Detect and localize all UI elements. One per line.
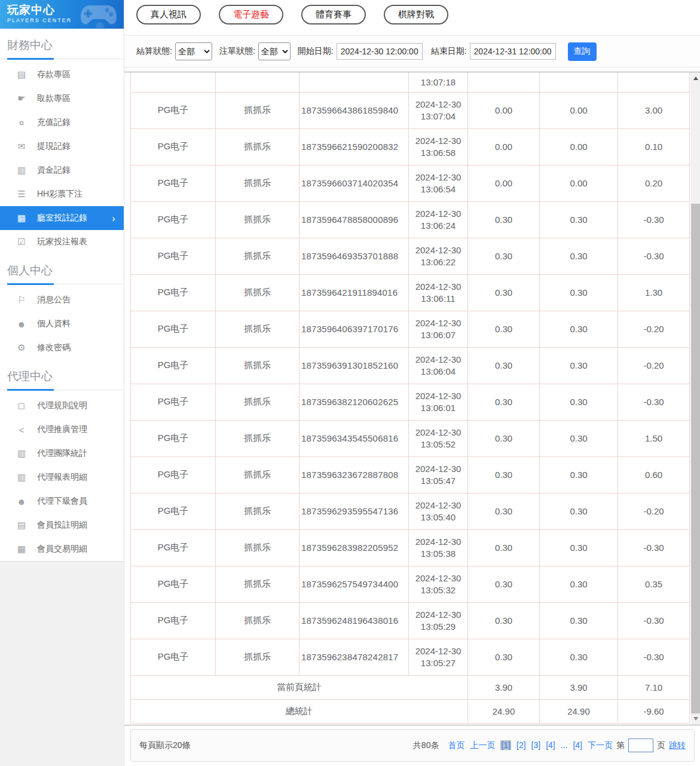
sidebar-footer — [0, 561, 124, 766]
sidebar-item[interactable]: ▤會員投註明細 — [0, 513, 124, 537]
page-link[interactable]: [4] — [546, 740, 555, 750]
page-jump-input[interactable] — [628, 739, 653, 752]
cell-datetime: 2024-12-3013:05:52 — [409, 420, 468, 456]
scrollbar-thumb[interactable] — [691, 204, 700, 713]
category-tab[interactable]: 棋牌對戰 — [384, 5, 448, 24]
page-link: ... — [561, 740, 568, 750]
sidebar-item[interactable]: ◻代理規則說明 — [0, 394, 124, 418]
cell-time: 13:05:38 — [410, 548, 466, 560]
sidebar-item[interactable]: ☑玩家投注報表 — [0, 230, 124, 254]
order-status-select[interactable]: 全部 — [258, 42, 291, 60]
sidebar-item[interactable]: ✉提現記錄 — [0, 134, 124, 158]
cell-platform: PG电子 — [131, 384, 216, 420]
scroll-down-arrow-button[interactable] — [690, 714, 700, 724]
sidebar-item-label: 取款專區 — [37, 93, 71, 104]
table-row: PG电子抓抓乐18735963913018521602024-12-3013:0… — [131, 347, 690, 384]
end-date-input[interactable] — [470, 43, 556, 60]
cell-valid: 0.00 — [540, 92, 618, 128]
settle-status-select[interactable]: 全部 — [175, 42, 212, 60]
table-scrollbar[interactable] — [690, 72, 700, 725]
cell-winloss: 0.10 — [618, 128, 690, 165]
page-link[interactable]: 下一页 — [588, 740, 613, 750]
sidebar-item-label: 會員交易明細 — [37, 544, 87, 554]
sidebar-item[interactable]: ▦廳室投註記錄› — [0, 206, 124, 230]
sidebar-item[interactable]: <代理推廣管理 — [0, 418, 124, 442]
page-link[interactable]: 上一页 — [470, 740, 495, 750]
sidebar-item[interactable]: ☻個人資料 — [0, 312, 124, 336]
page-link[interactable]: [3] — [531, 740, 541, 750]
cell-valid: 0.30 — [540, 347, 618, 384]
sidebar-item[interactable]: ⚐消息公告 — [0, 288, 124, 312]
cell-time: 13:06:24 — [410, 220, 466, 232]
sidebar-item[interactable]: ▥代理報表明細 — [0, 465, 124, 489]
sidebar-item[interactable]: ⚙修改密碼 — [0, 336, 124, 360]
cell-bet: 0.30 — [468, 238, 540, 274]
sidebar-item[interactable]: ▦會員交易明細 — [0, 537, 124, 561]
cell-datetime: 2024-12-3013:05:47 — [409, 456, 468, 493]
cell-date: 2024-12-30 — [410, 645, 466, 657]
scroll-up-arrow-button[interactable] — [690, 73, 700, 83]
cell-valid: 0.30 — [540, 274, 618, 311]
cell-platform: PG电子 — [131, 347, 216, 384]
cell-winloss: -0.20 — [618, 347, 690, 384]
table-row: PG电子抓抓乐18735962575497344002024-12-3013:0… — [131, 566, 690, 602]
cell-order-no: 1873596343545506816 — [299, 420, 409, 456]
page-size-text: 每頁顯示20條 — [139, 740, 191, 751]
summary-label: 當前頁統計 — [131, 675, 468, 699]
table-row: PG电子抓抓乐18735964219118940162024-12-3013:0… — [131, 274, 690, 311]
cell-valid: 0.30 — [540, 311, 618, 347]
cell-platform: PG电子 — [131, 128, 216, 165]
pagination-controls: 共80条 首页上一页[1][2][3][4]...[4]下一页 第 页 跳转 — [409, 739, 686, 752]
summary-value: -9.60 — [618, 699, 690, 723]
page-link[interactable]: 首页 — [448, 740, 464, 750]
agent-promo-share-icon: < — [16, 425, 27, 435]
sidebar-item-label: 代理規則說明 — [37, 400, 87, 411]
start-date-input[interactable] — [337, 43, 423, 60]
cell-winloss: -0.20 — [618, 311, 690, 347]
page-link[interactable]: [2] — [516, 740, 526, 750]
cell-platform: PG电子 — [131, 602, 216, 639]
cell-game: 抓抓乐 — [216, 311, 299, 347]
cell-valid: 0.30 — [540, 238, 618, 274]
category-tab[interactable]: 真人視訊 — [136, 5, 201, 24]
cell-valid: 0.30 — [540, 493, 618, 529]
query-button[interactable]: 查詢 — [568, 42, 597, 61]
cell-order-no: 1873596293595547136 — [299, 493, 409, 529]
table-row: PG电子抓抓乐18735966438618598402024-12-3013:0… — [131, 92, 690, 128]
sidebar-item[interactable]: ☰HH彩票下注 — [0, 182, 124, 206]
cell-time: 13:05:29 — [410, 621, 466, 633]
cell-platform: PG电子 — [131, 165, 216, 201]
summary-label: 總統計 — [131, 699, 468, 723]
category-tab[interactable]: 電子遊藝 — [219, 5, 283, 24]
category-tab[interactable]: 體育賽事 — [301, 5, 366, 24]
cell-datetime: 2024-12-3013:05:29 — [409, 602, 468, 639]
cell-datetime: 2024-12-3013:06:58 — [409, 128, 468, 165]
sidebar-item[interactable]: ▥代理團隊統計 — [0, 442, 124, 465]
sidebar-item[interactable]: ▥資金記錄 — [0, 158, 124, 182]
cell-bet: 0.30 — [468, 456, 540, 493]
cell-game: 抓抓乐 — [216, 493, 299, 529]
page-link[interactable]: [1] — [500, 740, 511, 750]
cell-bet: 0.30 — [468, 566, 540, 602]
deposit-card-icon: ▤ — [16, 69, 27, 80]
table-row-partial: 13:07:18 — [131, 72, 690, 92]
cell-date: 2024-12-30 — [410, 609, 466, 621]
content: 真人視訊電子遊藝體育賽事棋牌對戰 結算狀態: 全部 注單狀態: 全部 開始日期:… — [124, 0, 700, 766]
cell-empty — [299, 72, 409, 92]
cell-valid: 0.30 — [540, 384, 618, 420]
sidebar-item-label: 玩家投注報表 — [37, 237, 87, 247]
cell-date: 2024-12-30 — [410, 281, 466, 293]
sidebar-item[interactable]: ☻代理下級會員 — [0, 489, 124, 513]
cell-order-no: 1873596238478242817 — [299, 639, 409, 675]
sidebar-item[interactable]: ▤存款專區 — [0, 63, 124, 87]
cell-valid: 0.00 — [540, 128, 618, 165]
filterbar: 結算狀態: 全部 注單狀態: 全部 開始日期: 結束日期: 查詢 — [124, 36, 700, 68]
sidebar-item[interactable]: ☛取款專區 — [0, 87, 124, 111]
cell-time: 13:05:27 — [410, 657, 466, 669]
page-link[interactable]: [4] — [573, 740, 582, 750]
sidebar-item-label: 存款專區 — [37, 69, 71, 80]
cell-game: 抓抓乐 — [216, 420, 299, 456]
cell-date: 2024-12-30 — [410, 135, 466, 147]
sidebar-item[interactable]: ¤充值記錄 — [0, 111, 124, 134]
jump-button[interactable]: 跳转 — [669, 740, 686, 751]
